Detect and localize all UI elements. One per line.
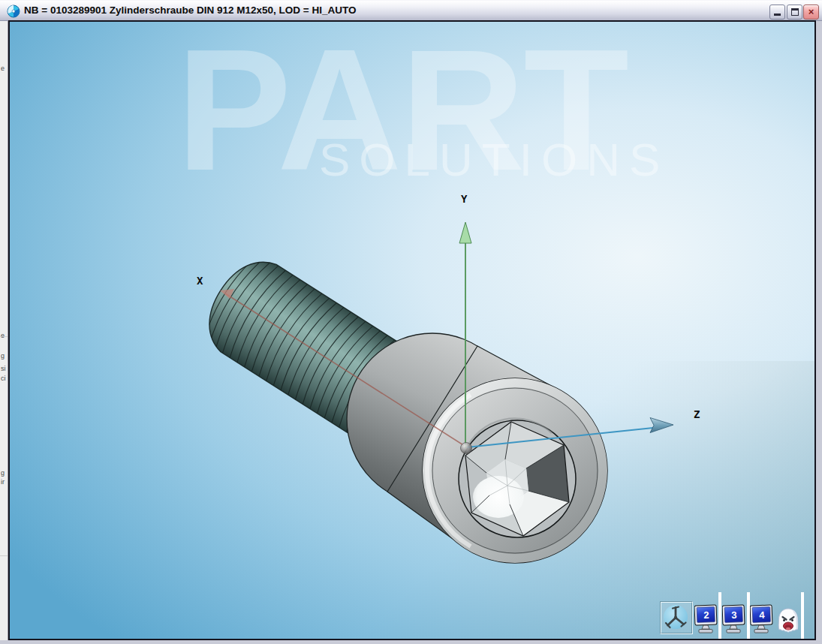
maximize-button[interactable]	[787, 5, 802, 20]
monitor-icon: 3	[722, 605, 745, 625]
text-fragment: e	[1, 332, 8, 339]
show-axes-tool-button[interactable]	[660, 601, 693, 634]
origin-marker	[461, 443, 472, 454]
text-fragment: si	[1, 365, 8, 372]
divider	[0, 555, 8, 556]
background-window-sliver: e e g si ci g ir	[0, 21, 8, 640]
x-axis-label: X	[197, 275, 203, 287]
z-axis-arrow	[650, 418, 673, 433]
toolbar-separator	[718, 592, 721, 639]
divider	[0, 336, 8, 337]
toolbar-separator	[801, 592, 804, 639]
minimize-button[interactable]	[769, 5, 785, 20]
3d-viewport[interactable]: PART SOLUTIONS	[8, 20, 816, 640]
svg-text:3: 3	[731, 609, 737, 621]
part-viewer-window: NB = 0103289901 Zylinderschraube DIN 912…	[0, 0, 822, 644]
monitor-icon: 4	[750, 605, 772, 625]
text-fragment: g	[1, 352, 8, 360]
svg-text:4: 4	[759, 609, 766, 621]
app-icon	[7, 5, 20, 18]
text-fragment: g	[1, 469, 8, 477]
text-fragment: ir	[1, 478, 8, 486]
close-button[interactable]: ×	[803, 5, 819, 20]
text-fragment: ci	[1, 375, 8, 382]
hide-part-button[interactable]	[775, 607, 801, 637]
ghost-icon	[778, 609, 798, 633]
close-icon: ×	[804, 6, 818, 17]
y-axis-arrow	[459, 222, 471, 243]
view-4-button[interactable]: 4	[750, 604, 773, 637]
view-3-button[interactable]: 3	[722, 604, 745, 637]
maximize-icon	[791, 8, 799, 16]
window-title: NB = 0103289901 Zylinderschraube DIN 912…	[24, 5, 356, 16]
y-axis-label: Y	[461, 193, 467, 205]
text-fragment: e	[1, 65, 8, 72]
coordinate-axes-icon	[661, 603, 691, 633]
minimize-icon	[774, 14, 781, 16]
monitor-icon: 2	[694, 605, 717, 625]
titlebar[interactable]: NB = 0103289901 Zylinderschraube DIN 912…	[0, 0, 822, 21]
screw-head	[347, 333, 607, 563]
view-2-button[interactable]: 2	[694, 604, 718, 637]
3d-viewport-canvas[interactable]	[10, 22, 814, 639]
svg-text:2: 2	[703, 609, 709, 621]
z-axis-label: Z	[694, 408, 700, 420]
